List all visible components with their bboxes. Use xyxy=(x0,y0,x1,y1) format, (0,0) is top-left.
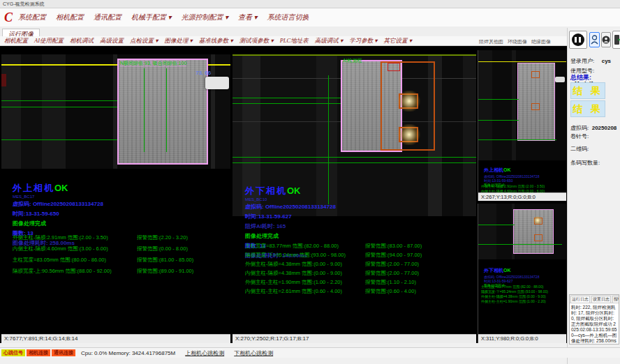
tool-other-settings[interactable]: 其它设置 ▾ xyxy=(384,37,412,45)
thumb-tab-surround[interactable]: 环绕图像 xyxy=(508,38,527,46)
exit-button[interactable] xyxy=(612,31,620,49)
lower-camera-heartbeat-link[interactable]: 下相机心跳检测 xyxy=(234,349,273,357)
menu-language-switch[interactable]: 系统语言切换 xyxy=(267,13,309,22)
tool-image-processing[interactable]: 图像处理 ▾ xyxy=(164,37,192,45)
thumbnail-panel-lower[interactable]: 外下相机OK 虚拟码: Offline20250208133134728 时间:… xyxy=(478,204,566,343)
log-tab-settings[interactable]: 设置日志 xyxy=(591,296,611,303)
overlay-green-line xyxy=(478,99,519,100)
right-sidebar: 登录用户: cys 使用型号: Model1 总结果: 结 果 结 果 虚拟码:… xyxy=(567,28,620,364)
weld-glow-spot xyxy=(533,216,542,225)
overlay-green-line xyxy=(1,107,120,107)
process-done-line: 图像处理完成 xyxy=(245,232,336,240)
log-content: 耗时: 222, 阻焊检测耗时: 17, 阻焊分区耗时: 0, 阻焊截取分区耗时… xyxy=(570,303,619,344)
menu-comm-config[interactable]: 通讯配置 xyxy=(94,13,121,22)
login-user-button[interactable] xyxy=(589,32,600,47)
connector-part xyxy=(205,77,229,89)
menu-camera-config[interactable]: 相机配置 xyxy=(56,13,84,22)
tool-baseline-params[interactable]: 基准线参数 ▾ xyxy=(199,37,233,45)
thumbnail-panel-upper[interactable]: 外上相机OK 虚拟码: Offline20250208133134728 时间:… xyxy=(478,50,566,201)
camera-image-upper[interactable]: N极间隙值:93, 吸合间隙值:100 73, 66 xyxy=(1,54,230,169)
upper-camera-heartbeat-link[interactable]: 上相机心跳检测 xyxy=(185,349,224,357)
tool-camera-debug[interactable]: 相机调试 xyxy=(70,37,94,45)
thumbnail-text-block: 外上相机OK 虚拟码: Offline20250208133134728 时间:… xyxy=(484,162,565,187)
alarm-range: 报警范围:(1.10 - 2.10) xyxy=(365,279,416,286)
barcode-count-label: 条码写数量: xyxy=(570,159,600,167)
time-line: 时间:13-31-59-627 xyxy=(245,213,336,220)
virtual-code-value: 20250208 xyxy=(592,125,617,131)
gap-measure-label: N极间隙值:93, 吸合间隙值:100 xyxy=(120,60,186,67)
result-ok-label: OK xyxy=(503,167,511,172)
pixel-coordinate-bar: X:7677;Y:891;R:14;G:14;B:14 xyxy=(1,334,230,343)
pixel-coordinate-bar: X:267;Y:13;R:0;G:0;B:0 xyxy=(478,192,566,201)
camera-panel-lower: AI检测框 外下相机OK MES_BC10 虚拟码: Offline202502… xyxy=(232,47,476,343)
alarm-range: 报警范围:(81.00 - 85.00) xyxy=(137,257,193,264)
pause-button[interactable] xyxy=(569,31,587,49)
thumbnail-measurements: 主柱宽度=83.77mm 范围:(82.00 - 88.00) 隔膜宽度-下=9… xyxy=(481,285,565,304)
qr-code-label: 二维码: xyxy=(570,145,589,153)
measurement-text: 主柱宽度=83.05mm 范围:(80.00 - 86.00) xyxy=(13,257,137,264)
thumbnail-text-block: 外下相机OK 虚拟码: Offline20250208133134728 时间:… xyxy=(484,262,565,287)
measurement-list: 主柱宽度=83.77mm 范围:(82.00 - 88.00) 报警范围:(83… xyxy=(245,243,472,295)
alarm-range: 报警范围:(94.00 - 97.00) xyxy=(365,252,422,259)
window-title: CYG-视觉检测系统 xyxy=(3,1,45,6)
tool-ai-usage-config[interactable]: AI使用配置 xyxy=(34,37,64,45)
thumbnail-image-upper[interactable] xyxy=(478,50,566,160)
thumb-tab-other[interactable]: 阻焊其他图 xyxy=(479,38,503,46)
menu-view[interactable]: 查看 ▾ xyxy=(238,13,258,22)
overlay-top-line xyxy=(232,54,476,56)
switch-user-button[interactable] xyxy=(601,32,611,47)
pixel-coordinate-bar: X:270;Y:2502;R:17;G:17;B:17 xyxy=(232,334,476,343)
overlay-orange-box-small xyxy=(534,234,542,241)
weld-glow-spot xyxy=(397,124,421,145)
measurement-text: 外侧主柱-隔膜=4.38mm 范围:(0.00 - 9.00) xyxy=(481,294,565,299)
tool-test-params[interactable]: 测试项参数 ▾ xyxy=(239,37,274,45)
pixel-value-label: 73, 66 xyxy=(195,70,211,76)
menu-bar: C 系统配置 相机配置 通讯配置 机械手配置 ▾ 光源控制配置 ▾ 查看 ▾ 系… xyxy=(0,8,620,27)
alarm-range: 报警范围:(2.00 - 77.00) xyxy=(365,270,419,277)
menu-light-config[interactable]: 光源控制配置 ▾ xyxy=(182,13,229,22)
measurement-text: 外侧主柱-隔膜=4.38mm 范围:(0.00 - 9.00) xyxy=(245,261,365,268)
connector-part xyxy=(555,77,565,82)
overlay-green-line xyxy=(232,103,348,104)
menu-system-config[interactable]: 系统配置 xyxy=(18,13,46,22)
overlay-orange-box-small xyxy=(531,71,540,78)
thumb-tab-insulation[interactable]: 绝缘图像 xyxy=(531,38,551,46)
overlay-green-line xyxy=(166,68,167,152)
overlay-green-line xyxy=(232,157,476,158)
overlay-green-line xyxy=(478,120,519,121)
measurement-text: 内侧主柱-隔膜=4.38mm 范围:(0.00 - 9.00) xyxy=(245,270,365,277)
measurement-text: 外侧主柱-隔膜:2.91mm 范围:(2.00 - 3.50) xyxy=(13,234,137,241)
tool-camera-config[interactable]: 相机配置 xyxy=(4,37,28,45)
virtual-code-row: 虚拟码: 20250208 xyxy=(570,120,617,132)
measurement-text: 外侧主柱-隔膜:2.91mm 范围:(2.00 - 3.50) xyxy=(481,184,565,189)
measurement-text: 隔膜宽度-下=95.24mm 范围:(93.00 - 98.00) xyxy=(481,289,565,294)
overlay-red-mark xyxy=(1,74,6,86)
tool-learning-params[interactable]: 学习参数 ▾ xyxy=(349,37,377,45)
alarm-range: 报警范围:(0.00 - 8.00) xyxy=(137,245,188,252)
overlay-green-line xyxy=(232,162,476,163)
camera-name-label: 外上相机 xyxy=(484,167,503,172)
log-tab-run[interactable]: 运行日志 xyxy=(570,296,590,303)
log-tabs: 运行日志 设置日志 报错日志 xyxy=(570,295,619,303)
measurement-text: 内侧主柱-主柱=2.61mm 范围:(0.60 - 4.00) xyxy=(245,288,365,295)
log-tab-errors[interactable]: 报错日志 xyxy=(612,296,619,303)
tool-plc-address-table[interactable]: PLC地址表 xyxy=(280,37,309,45)
tool-advanced-debug[interactable]: 高级调试 ▾ xyxy=(315,37,343,45)
pixel-coordinate-bar: X:311;Y:980;R:0;G:0;B:0 xyxy=(478,334,566,343)
result-ok-label: OK xyxy=(54,183,68,193)
ai-elapsed-line: 阻焊AI耗时: 165 xyxy=(245,222,336,230)
camera-name-label: 外下相机 xyxy=(245,185,287,196)
time-line: 时间:13-31-59-650 xyxy=(13,210,103,218)
user-dark-icon xyxy=(602,36,610,44)
tool-advanced-settings[interactable]: 高级设置 xyxy=(100,37,124,45)
thumbnail-image-lower[interactable] xyxy=(478,204,566,259)
mes-tag-label: MES_BC17 xyxy=(13,195,103,199)
status-bar: 心跳信号 相机连接 通讯连接 Cpu: 0.0% Memory: 3424.41… xyxy=(0,347,620,358)
tool-spot-check[interactable]: 点检设置 ▾ xyxy=(130,37,158,45)
ai-box-label: AI检测框 xyxy=(343,57,362,64)
overlay-green-line xyxy=(478,244,562,245)
comm-connection-badge: 通讯连接 xyxy=(52,349,75,356)
menu-robot-config[interactable]: 机械手配置 ▾ xyxy=(131,13,172,22)
camera-name-label: 外上相机 xyxy=(13,183,54,193)
inspected-part xyxy=(117,59,208,165)
